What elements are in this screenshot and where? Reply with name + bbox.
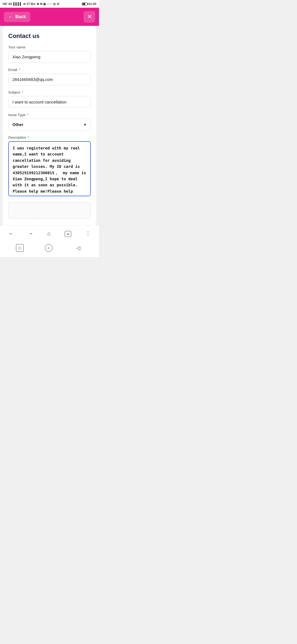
subject-input[interactable] — [8, 96, 91, 108]
system-recents-icon: ◁ — [76, 245, 80, 251]
issue-type-required-star: * — [27, 113, 28, 117]
browser-forward-button[interactable]: → — [25, 229, 36, 238]
subject-required-star: * — [22, 90, 23, 94]
system-recents-button[interactable]: ◁ — [74, 243, 83, 253]
eye-icon: ◎ — [53, 2, 56, 6]
issue-type-select[interactable]: Technical Issue Billing Account Other — [8, 119, 91, 130]
system-back-button[interactable]: □ — [16, 244, 24, 252]
back-button[interactable]: ← Back — [4, 12, 30, 22]
misc-icons: ⊕ ✉ ◉ □ ··· — [37, 2, 52, 6]
status-bar: HD 4G ▌▌▌▌ ≋ 27 B/s ⊕ ✉ ◉ □ ··· ◎ N 21:5… — [0, 0, 99, 8]
issue-type-select-wrapper: Technical Issue Billing Account Other ▼ — [8, 119, 91, 130]
bottom-nav: ← → ⌂ ∞ ⋮ — [0, 225, 99, 241]
download-speed: 27 B/s — [27, 2, 35, 6]
status-right: 21:50 — [82, 2, 96, 6]
system-nav-bar: □ ○ ◁ — [0, 241, 99, 257]
browser-forward-icon: → — [28, 230, 33, 236]
status-left: HD 4G ▌▌▌▌ ≋ 27 B/s ⊕ ✉ ◉ □ ··· ◎ N — [3, 2, 59, 6]
system-home-button[interactable]: ○ — [45, 244, 53, 252]
name-label: Your name — [8, 45, 91, 49]
signal-bars: 4G — [8, 2, 12, 6]
browser-infinity-button[interactable]: ∞ — [62, 229, 74, 238]
image-upload-area[interactable] — [8, 202, 91, 219]
name-input[interactable] — [8, 51, 91, 63]
top-nav-bar: ← Back ✕ — [0, 8, 99, 26]
browser-home-button[interactable]: ⌂ — [45, 229, 53, 238]
subject-field-group: Subject * — [8, 90, 91, 108]
time-display: 21:50 — [89, 2, 96, 6]
back-label: Back — [15, 14, 26, 19]
email-field-group: Email * — [8, 68, 91, 85]
system-home-icon: ○ — [48, 246, 50, 250]
content-card: Contact us Your name Email * Subject * I… — [3, 26, 96, 225]
description-textarea[interactable]: I was registered with my real name,I wan… — [8, 141, 91, 196]
browser-back-button[interactable]: ← — [6, 229, 16, 238]
home-icon: ⌂ — [47, 230, 51, 236]
system-back-icon: □ — [19, 246, 21, 250]
wifi-icon: ≋ — [23, 2, 26, 6]
form-title: Contact us — [8, 32, 91, 40]
issue-type-field-group: Issue Type * Technical Issue Billing Acc… — [8, 113, 91, 130]
browser-back-icon: ← — [8, 230, 14, 236]
close-icon: ✕ — [87, 14, 92, 20]
menu-dots-icon: ⋮ — [85, 230, 91, 236]
signal-strength: ▌▌▌▌ — [13, 2, 22, 6]
email-input[interactable] — [8, 73, 91, 85]
subject-label: Subject * — [8, 90, 91, 94]
back-arrow-icon: ← — [8, 14, 13, 20]
nfc-icon: N — [57, 2, 59, 6]
browser-menu-button[interactable]: ⋮ — [82, 228, 94, 238]
battery-icon — [82, 2, 87, 6]
email-label: Email * — [8, 68, 91, 72]
infinity-icon: ∞ — [65, 231, 71, 237]
description-label: Description * — [8, 135, 91, 140]
network-indicator: HD — [3, 2, 7, 6]
email-required-star: * — [19, 68, 20, 72]
issue-type-label: Issue Type * — [8, 113, 91, 117]
description-required-star: * — [28, 135, 29, 140]
description-field-group: Description * I was registered with my r… — [8, 135, 91, 197]
name-field-group: Your name — [8, 45, 91, 63]
close-button[interactable]: ✕ — [84, 11, 95, 23]
